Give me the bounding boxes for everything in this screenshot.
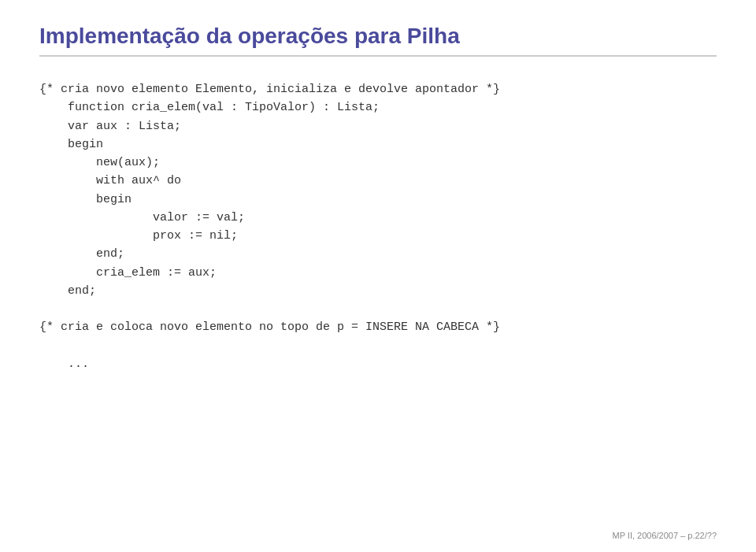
code-block: {* cria novo elemento Elemento, iniciali… [39, 80, 717, 373]
footer-text: MP II, 2006/2007 – p.22/?? [612, 531, 717, 540]
page-container: Implementação da operações para Pilha {*… [0, 0, 756, 552]
title-divider [39, 55, 717, 57]
page-title: Implementação da operações para Pilha [39, 24, 717, 49]
